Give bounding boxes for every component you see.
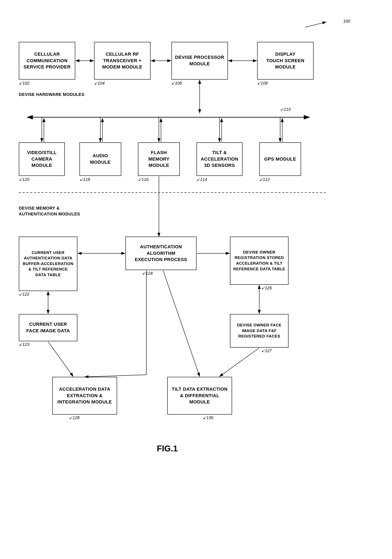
svg-line-26 — [48, 342, 73, 376]
diagram: 100 CELLULARCOMMUNICATIONSERVICE PROVIDE… — [0, 0, 392, 559]
svg-line-29 — [163, 270, 200, 376]
box-112: GPS MODULE — [259, 142, 301, 176]
box-120: VIDEO/STILLCAMERAMODULE — [19, 142, 65, 176]
ref-123: ↙123 — [19, 342, 29, 347]
svg-line-28 — [85, 375, 146, 377]
memory-label: DEVISE MEMORY &AUTHENTICATION MODULES — [19, 205, 80, 217]
ref-100: 100 — [343, 19, 350, 24]
svg-line-4 — [305, 22, 326, 27]
box-106: DEVISE PROCESSORMODULE — [171, 42, 228, 80]
ref-120: ↙120 — [19, 177, 29, 182]
hardware-label: DEVISE HARDWARE MODULES — [19, 92, 84, 97]
ref-126: ↙126 — [261, 285, 272, 290]
box-126: DEVISE OWNERREGISTRATION STOREDACCELERAT… — [230, 237, 288, 285]
ref-112: ↙112 — [259, 177, 270, 182]
box-102: CELLULARCOMMUNICATIONSERVICE PROVIDER — [19, 42, 75, 80]
ref-124: ↙124 — [142, 271, 153, 276]
svg-line-30 — [220, 348, 259, 376]
ref-128: ↙128 — [69, 415, 80, 420]
ref-110: ↙110 — [280, 107, 291, 112]
box-108: DISPLAYTOUCH SCREENMODULE — [257, 42, 314, 80]
ref-104: ↙104 — [94, 81, 105, 86]
figure-label: FIG.1 — [125, 444, 209, 453]
ref-106: ↙106 — [171, 81, 182, 86]
ref-116: ↙116 — [138, 177, 148, 182]
ref-130: ↙130 — [203, 415, 213, 420]
ref-102: ↙102 — [19, 81, 29, 86]
box-118: AUDIOMODULE — [80, 142, 121, 176]
box-122: CURRENT USERAUTHENTICATION DATABUFFER-AC… — [19, 237, 77, 291]
ref-122: ↙122 — [19, 292, 29, 297]
box-114: TILT &ACCELERATION3D SENSORS — [196, 142, 242, 176]
box-116: FLASHMEMORYMODULE — [138, 142, 180, 176]
ref-114: ↙114 — [196, 177, 207, 182]
box-104: CELLULAR RFTRANSCEIVER +MODEM MODULE — [94, 42, 151, 80]
ref-118: ↙118 — [80, 177, 90, 182]
box-130: TILT DATA EXTRACTION& DIFFERENTIALMODULE — [167, 377, 232, 415]
box-123: CURRENT USERFACE IMAGE DATA — [19, 314, 77, 341]
ref-127: ↙127 — [261, 348, 272, 353]
box-128: ACCELERATION DATAEXTRACTION &INTEGRATION… — [52, 377, 117, 415]
ref-108: ↙108 — [257, 81, 267, 86]
box-124: AUTHENTICATION ALGORITHMEXECUTION PROCES… — [125, 237, 196, 270]
box-127: DEVISE OWNER FACEIMAGE DATA F&FREGISTERE… — [230, 314, 288, 347]
